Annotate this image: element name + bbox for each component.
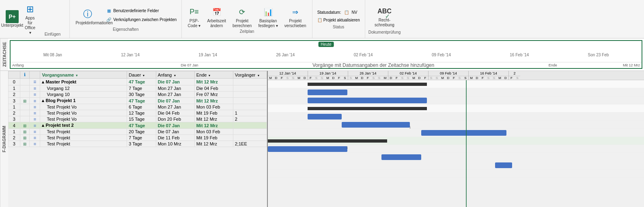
projekt-verschieben-label: Projektverschieben	[284, 19, 306, 28]
verknuepfungen-icon: 🔗	[106, 17, 112, 23]
zeitachse-content: Heute Mit 08 Jan 12 Jan '14 19 Jan '14 2…	[10, 40, 642, 69]
f-diagramm-label: F-DIAGRAMM	[0, 71, 8, 207]
projekt-aktualisieren-button[interactable]: 📋 Projekt aktualisieren	[316, 17, 362, 23]
unterprojekt-label: Unterprojekt	[1, 23, 23, 28]
col-header-id	[9, 71, 20, 79]
table-row[interactable]: 2 ⊞ ≡ Test Projekt 7 Tage Die 11 Feb Mit…	[9, 135, 267, 141]
unterprojekt-icon: P+	[6, 10, 19, 23]
ribbon-group-dokumentpruefung: ABC ✓ Recht-schreibung Dokumentprüfung	[365, 0, 404, 38]
table-row[interactable]: 2 ≡ Vorgang 10 30 Tage Mon 27 Jan Fre 07…	[9, 92, 267, 98]
gantt-bar-summary-4	[268, 139, 387, 143]
timeline-bottom: Anfang Die 07 Jan Vorgänge mit Datumsang…	[11, 62, 642, 68]
table-row[interactable]: 3 ⊞ ≡ ▴ Blog Projekt 1 47 Tage Die 07 Ja…	[9, 98, 267, 104]
projektinfo-icon: ⓘ	[81, 8, 94, 21]
gantt-row-4	[268, 137, 644, 145]
gantt-chart: 12 Jan '14 M D F S S M D 19 Jan '14 F S …	[268, 71, 644, 207]
zeitachse-label: ZEITACHSE	[0, 38, 8, 70]
col-header-ende[interactable]: Ende ▾	[194, 71, 233, 79]
psp-code-button[interactable]: P≡ PSP-Code ▾	[185, 5, 203, 29]
arbeitszeit-label: Arbeitszeitändern	[207, 19, 226, 28]
col-header-type	[30, 71, 40, 79]
table-row[interactable]: 1 ⊞ ≡ Test Projekt 20 Tage Die 07 Jan Mo…	[9, 129, 267, 135]
gantt-bar-4-1	[268, 146, 347, 152]
gantt-bar-summary-3	[308, 107, 427, 110]
projekt-berechnen-label: Projektberechnen	[233, 19, 252, 28]
anfang-label: Anfang	[12, 63, 24, 67]
apps-office-label: Apps fürOffice ▾	[24, 16, 37, 35]
projekt-berechnen-icon: ⟳	[236, 6, 249, 19]
gantt-bar-1	[308, 90, 347, 95]
status-footer: Status	[316, 25, 362, 29]
gantt-row-3-2: ↓	[268, 121, 644, 129]
benutzerdefinierte-label: Benutzerdefinierte Felder	[113, 9, 159, 13]
table-row-selected[interactable]: 4 ⊞ ≡ ▴ Projekt test 2 47 Tage Die 07 Ja…	[9, 122, 267, 129]
projekt-aktualisieren-icon: 📋	[317, 18, 322, 22]
verknuepfungen-button[interactable]: 🔗 Verknüpfungen zwischen Projekten	[104, 16, 178, 24]
rechtschreibung-button[interactable]: ABC ✓ Recht-schreibung	[372, 4, 397, 28]
arbeitszeit-button[interactable]: 📅 Arbeitszeitändern	[205, 5, 228, 29]
ribbon-group-eigenschaften: ⓘ Projektinformationen ▦ Benutzerdefinie…	[70, 0, 182, 38]
today-line	[466, 80, 467, 207]
ribbon-main: P+ Unterprojekt ⊞ Apps fürOffice ▾ Einfü…	[0, 0, 644, 38]
gantt-row-0	[268, 80, 644, 88]
gantt-bar-4-3	[495, 162, 512, 168]
unterprojekt-button[interactable]: P+ Unterprojekt	[3, 9, 21, 29]
col-header-info: ℹ	[20, 71, 30, 79]
gantt-bar-2	[308, 98, 427, 103]
verknuepfungen-label: Verknüpfungen zwischen Projekten	[113, 17, 177, 22]
col-header-name[interactable]: Vorgangsname ▾	[40, 71, 127, 79]
apps-office-icon: ⊞	[24, 3, 37, 16]
anfang-date: Die 07 Jan	[181, 63, 198, 67]
timeline-message: Vorgänge mit Datumsangaben der Zeitachse…	[200, 62, 547, 68]
gantt-row-empty	[268, 169, 644, 177]
gantt-row-3-1	[268, 113, 644, 121]
projekt-aktualisieren-label: Projekt aktualisieren	[323, 18, 360, 22]
col-header-vorganger[interactable]: Vorgänger ▾	[233, 71, 267, 79]
einfuegen-footer: Einfügen	[39, 31, 66, 36]
gantt-row-2	[268, 96, 644, 105]
col-header-anfang[interactable]: Anfang ▾	[156, 71, 194, 79]
rechtschreibung-label: Recht-schreibung	[375, 18, 394, 28]
projekt-verschieben-button[interactable]: ⇒ Projektverschieben	[282, 5, 309, 29]
gantt-header-weeks: 12 Jan '14 M D F S S M D 19 Jan '14 F S …	[268, 71, 644, 80]
gantt-row-3-3	[268, 129, 644, 137]
table-row[interactable]: 2 ≡ Test Projekt Vo 12 Tage Die 04 Feb M…	[9, 110, 267, 116]
main-area: F-DIAGRAMM ℹ Vorgangsname ▾ Dauer ▾ Anfa…	[0, 71, 644, 207]
projekt-verschieben-icon: ⇒	[289, 6, 302, 19]
ende-date: Mit 12 Mrz	[623, 63, 640, 67]
statusdatum-item: Statusdatum: 📋 NV	[316, 9, 362, 15]
psp-icon: P≡	[187, 6, 200, 19]
rechtschreibung-icon: ABC ✓	[378, 5, 391, 18]
statusdatum-icon: 📋	[344, 10, 349, 15]
projektinfo-button[interactable]: ⓘ Projektinformationen	[73, 7, 102, 26]
col-header-dauer[interactable]: Dauer ▾	[127, 71, 156, 79]
ribbon-group-status: Statusdatum: 📋 NV 📋 Projekt aktualisiere…	[312, 0, 365, 38]
dokumentpruefung-footer: Dokumentprüfung	[368, 30, 401, 34]
table-row[interactable]: 0 ≡ ▴ Master Projekt 47 Tage Die 07 Jan …	[9, 79, 267, 85]
basisplan-label: Basisplanfestlegen ▾	[258, 19, 278, 28]
table-row[interactable]: 1 ≡ Test Projekt Vo 6 Tage Mon 27 Jan Mo…	[9, 104, 267, 110]
gantt-bar-4-2	[381, 154, 421, 160]
zeitachse-section: ZEITACHSE Heute Mit 08 Jan 12 Jan '14 19…	[0, 38, 644, 71]
benutzerdefinierte-icon: ▦	[106, 8, 112, 14]
zeitplan-footer: Zeitplan	[185, 29, 308, 34]
eigenschaften-footer: Eigenschaften	[73, 27, 178, 32]
gantt-row-4-3	[268, 161, 644, 169]
projekt-berechnen-button[interactable]: ⟳ Projektberechnen	[230, 5, 254, 29]
gantt-row-4-1: ↓	[268, 145, 644, 153]
gantt-row-3	[268, 105, 644, 113]
today-badge: Heute	[318, 42, 334, 47]
table-row[interactable]: 1 ≡ Vorgang 12 7 Tage Mon 27 Jan Die 04 …	[9, 85, 267, 92]
gantt-bar-3-3	[421, 130, 506, 136]
table-row[interactable]: 3 ≡ Test Projekt Vo 15 Tage Don 20 Feb M…	[9, 116, 267, 122]
benutzerdefinierte-button[interactable]: ▦ Benutzerdefinierte Felder	[104, 7, 178, 15]
ende-label: Ende	[549, 63, 557, 67]
ribbon: P+ Unterprojekt ⊞ Apps fürOffice ▾ Einfü…	[0, 0, 644, 38]
arrow-4-1: ↓	[346, 145, 348, 149]
arbeitszeit-icon: 📅	[210, 6, 223, 19]
gantt-row-1	[268, 88, 644, 96]
statusdatum-label: Statusdatum:	[317, 10, 341, 15]
basisplan-button[interactable]: 📊 Basisplanfestlegen ▾	[256, 5, 280, 29]
table-row[interactable]: 3 ⊞ ≡ Test Projekt 3 Tage Mon 10 Mrz Mit…	[9, 141, 267, 147]
apps-office-button[interactable]: ⊞ Apps fürOffice ▾	[21, 2, 39, 36]
